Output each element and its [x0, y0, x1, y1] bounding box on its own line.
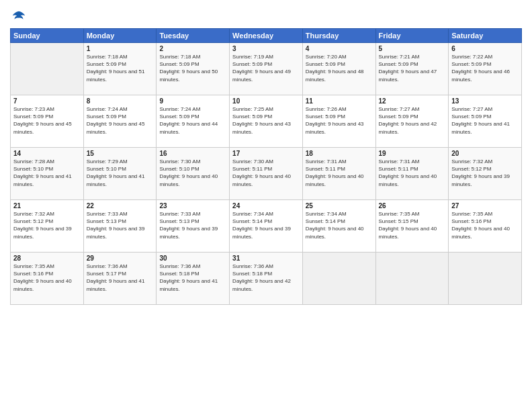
calendar-cell: 25Sunrise: 7:34 AMSunset: 5:14 PMDayligh… [302, 200, 375, 253]
day-info: Sunrise: 7:33 AMSunset: 5:13 PMDaylight:… [87, 210, 154, 240]
header [10, 7, 522, 24]
day-info: Sunrise: 7:36 AMSunset: 5:18 PMDaylight:… [159, 263, 226, 293]
day-number: 5 [379, 45, 446, 52]
calendar-cell: 23Sunrise: 7:33 AMSunset: 5:13 PMDayligh… [157, 200, 230, 253]
calendar-cell: 20Sunrise: 7:32 AMSunset: 5:12 PMDayligh… [449, 148, 522, 200]
day-info: Sunrise: 7:26 AMSunset: 5:09 PMDaylight:… [306, 105, 373, 136]
calendar-cell [302, 253, 375, 305]
calendar-week-3: 14Sunrise: 7:28 AMSunset: 5:10 PMDayligh… [11, 148, 522, 200]
day-header-sunday: Sunday [11, 29, 84, 43]
calendar-cell: 24Sunrise: 7:34 AMSunset: 5:14 PMDayligh… [230, 200, 303, 253]
day-info: Sunrise: 7:18 AMSunset: 5:09 PMDaylight:… [87, 53, 154, 83]
day-number: 28 [13, 255, 81, 262]
day-number: 3 [232, 45, 300, 52]
day-info: Sunrise: 7:23 AMSunset: 5:09 PMDaylight:… [13, 105, 81, 136]
day-info: Sunrise: 7:36 AMSunset: 5:18 PMDaylight:… [232, 263, 300, 293]
calendar-cell: 31Sunrise: 7:36 AMSunset: 5:18 PMDayligh… [230, 253, 303, 305]
day-number: 29 [87, 255, 154, 262]
day-number: 13 [451, 97, 519, 105]
day-number: 24 [232, 202, 300, 210]
day-info: Sunrise: 7:31 AMSunset: 5:11 PMDaylight:… [306, 158, 373, 188]
calendar-cell: 27Sunrise: 7:35 AMSunset: 5:16 PMDayligh… [449, 200, 522, 253]
calendar-table: SundayMondayTuesdayWednesdayThursdayFrid… [10, 28, 522, 305]
calendar-week-4: 21Sunrise: 7:32 AMSunset: 5:12 PMDayligh… [11, 200, 522, 253]
day-info: Sunrise: 7:35 AMSunset: 5:16 PMDaylight:… [13, 263, 81, 293]
day-header-friday: Friday [375, 29, 449, 43]
day-number: 6 [451, 45, 519, 52]
day-number: 2 [159, 45, 226, 52]
calendar-cell: 11Sunrise: 7:26 AMSunset: 5:09 PMDayligh… [302, 95, 375, 148]
day-number: 25 [306, 202, 373, 210]
calendar-cell: 2Sunrise: 7:18 AMSunset: 5:09 PMDaylight… [157, 43, 230, 95]
day-number: 8 [87, 97, 154, 105]
day-info: Sunrise: 7:36 AMSunset: 5:17 PMDaylight:… [87, 263, 154, 293]
day-header-saturday: Saturday [449, 29, 522, 43]
calendar-cell: 7Sunrise: 7:23 AMSunset: 5:09 PMDaylight… [11, 95, 84, 148]
day-number: 10 [232, 97, 300, 105]
day-header-thursday: Thursday [302, 29, 375, 43]
day-info: Sunrise: 7:24 AMSunset: 5:09 PMDaylight:… [159, 105, 226, 136]
calendar-week-1: 1Sunrise: 7:18 AMSunset: 5:09 PMDaylight… [11, 43, 522, 95]
day-info: Sunrise: 7:20 AMSunset: 5:09 PMDaylight:… [306, 53, 373, 83]
calendar-cell: 19Sunrise: 7:31 AMSunset: 5:11 PMDayligh… [375, 148, 449, 200]
day-number: 19 [379, 150, 446, 157]
day-number: 27 [451, 202, 519, 210]
day-info: Sunrise: 7:18 AMSunset: 5:09 PMDaylight:… [159, 53, 226, 83]
day-number: 15 [87, 150, 154, 157]
calendar-cell: 26Sunrise: 7:35 AMSunset: 5:15 PMDayligh… [375, 200, 449, 253]
calendar-cell [449, 253, 522, 305]
calendar-cell: 21Sunrise: 7:32 AMSunset: 5:12 PMDayligh… [11, 200, 84, 253]
day-info: Sunrise: 7:21 AMSunset: 5:09 PMDaylight:… [379, 53, 446, 83]
calendar-cell: 1Sunrise: 7:18 AMSunset: 5:09 PMDaylight… [83, 43, 157, 95]
calendar-cell: 13Sunrise: 7:27 AMSunset: 5:09 PMDayligh… [449, 95, 522, 148]
day-info: Sunrise: 7:33 AMSunset: 5:13 PMDaylight:… [159, 210, 226, 240]
day-info: Sunrise: 7:29 AMSunset: 5:10 PMDaylight:… [87, 158, 154, 188]
calendar-cell: 17Sunrise: 7:30 AMSunset: 5:11 PMDayligh… [230, 148, 303, 200]
calendar-cell: 12Sunrise: 7:27 AMSunset: 5:09 PMDayligh… [375, 95, 449, 148]
calendar-week-2: 7Sunrise: 7:23 AMSunset: 5:09 PMDaylight… [11, 95, 522, 148]
calendar-cell: 30Sunrise: 7:36 AMSunset: 5:18 PMDayligh… [157, 253, 230, 305]
day-info: Sunrise: 7:27 AMSunset: 5:09 PMDaylight:… [379, 105, 446, 136]
day-header-wednesday: Wednesday [230, 29, 303, 43]
day-info: Sunrise: 7:30 AMSunset: 5:10 PMDaylight:… [159, 158, 226, 188]
day-number: 22 [87, 202, 154, 210]
day-info: Sunrise: 7:22 AMSunset: 5:09 PMDaylight:… [451, 53, 519, 83]
calendar-week-5: 28Sunrise: 7:35 AMSunset: 5:16 PMDayligh… [11, 253, 522, 305]
day-number: 14 [13, 150, 81, 157]
day-number: 30 [159, 255, 226, 262]
calendar-cell: 15Sunrise: 7:29 AMSunset: 5:10 PMDayligh… [83, 148, 157, 200]
day-number: 23 [159, 202, 226, 210]
day-info: Sunrise: 7:35 AMSunset: 5:15 PMDaylight:… [379, 210, 446, 240]
day-number: 9 [159, 97, 226, 105]
calendar-cell: 4Sunrise: 7:20 AMSunset: 5:09 PMDaylight… [302, 43, 375, 95]
day-info: Sunrise: 7:35 AMSunset: 5:16 PMDaylight:… [451, 210, 519, 240]
calendar-cell: 6Sunrise: 7:22 AMSunset: 5:09 PMDaylight… [449, 43, 522, 95]
calendar-cell: 8Sunrise: 7:24 AMSunset: 5:09 PMDaylight… [83, 95, 157, 148]
day-info: Sunrise: 7:28 AMSunset: 5:10 PMDaylight:… [13, 158, 81, 188]
calendar-cell: 28Sunrise: 7:35 AMSunset: 5:16 PMDayligh… [11, 253, 84, 305]
logo [10, 9, 26, 24]
page-container: SundayMondayTuesdayWednesdayThursdayFrid… [0, 0, 532, 411]
calendar-cell: 14Sunrise: 7:28 AMSunset: 5:10 PMDayligh… [11, 148, 84, 200]
day-number: 26 [379, 202, 446, 210]
day-number: 20 [451, 150, 519, 157]
day-number: 31 [232, 255, 300, 262]
day-info: Sunrise: 7:27 AMSunset: 5:09 PMDaylight:… [451, 105, 519, 136]
calendar-cell: 3Sunrise: 7:19 AMSunset: 5:09 PMDaylight… [230, 43, 303, 95]
day-info: Sunrise: 7:24 AMSunset: 5:09 PMDaylight:… [87, 105, 154, 136]
calendar-cell: 10Sunrise: 7:25 AMSunset: 5:09 PMDayligh… [230, 95, 303, 148]
day-info: Sunrise: 7:34 AMSunset: 5:14 PMDaylight:… [232, 210, 300, 240]
day-number: 18 [306, 150, 373, 157]
day-number: 7 [13, 97, 81, 105]
day-number: 21 [13, 202, 81, 210]
calendar-cell: 16Sunrise: 7:30 AMSunset: 5:10 PMDayligh… [157, 148, 230, 200]
calendar-cell: 22Sunrise: 7:33 AMSunset: 5:13 PMDayligh… [83, 200, 157, 253]
day-number: 4 [306, 45, 373, 52]
day-number: 16 [159, 150, 226, 157]
day-info: Sunrise: 7:32 AMSunset: 5:12 PMDaylight:… [13, 210, 81, 240]
day-header-tuesday: Tuesday [157, 29, 230, 43]
calendar-cell [375, 253, 449, 305]
day-info: Sunrise: 7:31 AMSunset: 5:11 PMDaylight:… [379, 158, 446, 188]
calendar-cell [11, 43, 84, 95]
day-header-monday: Monday [83, 29, 157, 43]
